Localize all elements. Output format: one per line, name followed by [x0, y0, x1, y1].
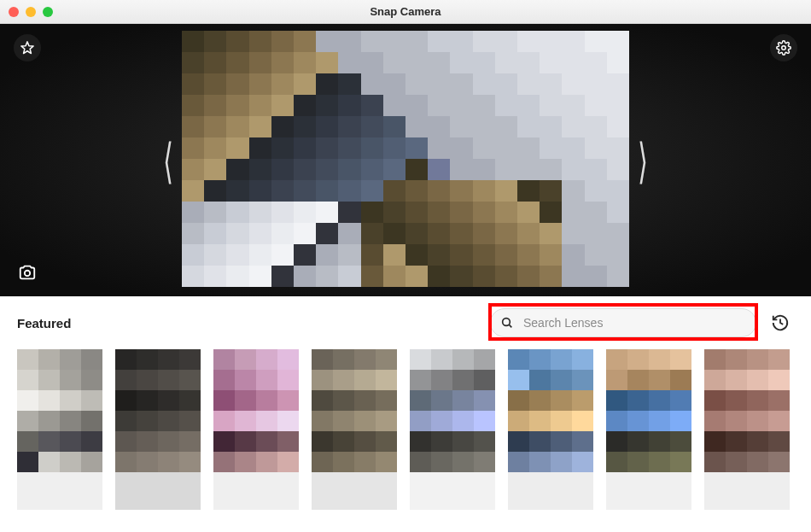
lens-thumbnail [704, 349, 790, 472]
lens-thumbnail [410, 349, 495, 472]
camera-preview [182, 31, 629, 287]
lens-caption [213, 472, 299, 510]
lens-card[interactable] [704, 349, 790, 512]
lens-card[interactable] [115, 349, 201, 512]
search-container [490, 308, 756, 337]
lens-thumbnail [508, 349, 593, 472]
title-bar: Snap Camera [0, 0, 811, 24]
lens-thumbnail [312, 349, 397, 472]
star-icon [20, 40, 35, 56]
lens-card[interactable] [17, 349, 102, 512]
lens-gallery [0, 344, 811, 512]
favorites-button[interactable] [14, 34, 41, 61]
lens-thumbnail [17, 349, 102, 472]
lens-card[interactable] [606, 349, 691, 512]
lens-card[interactable] [508, 349, 593, 512]
window-title: Snap Camera [370, 5, 441, 18]
camera-preview-area: ⟨ ⟩ [0, 24, 811, 296]
previous-lens-button[interactable]: ⟨ [163, 133, 173, 189]
lens-caption [115, 472, 201, 510]
close-window-button[interactable] [9, 7, 19, 17]
lens-card[interactable] [312, 349, 397, 512]
lens-caption [704, 472, 790, 510]
lens-caption [17, 472, 102, 510]
next-lens-button[interactable]: ⟩ [638, 133, 648, 189]
history-button[interactable] [767, 309, 794, 336]
lens-caption [508, 472, 593, 510]
lens-thumbnail [115, 349, 201, 472]
gear-icon [776, 40, 791, 56]
camera-icon [18, 263, 37, 282]
svg-line-3 [509, 324, 511, 327]
panel-header: Featured [0, 296, 811, 344]
svg-point-1 [25, 271, 30, 276]
settings-button[interactable] [770, 34, 797, 61]
lens-card[interactable] [213, 349, 299, 512]
svg-point-2 [503, 319, 511, 326]
maximize-window-button[interactable] [43, 7, 53, 17]
window-controls [9, 7, 53, 17]
search-input[interactable] [490, 308, 756, 337]
section-title: Featured [17, 316, 490, 330]
lens-thumbnail [606, 349, 691, 472]
minimize-window-button[interactable] [26, 7, 36, 17]
lens-panel: Featured [0, 296, 811, 532]
lens-thumbnail [213, 349, 299, 472]
lens-caption [606, 472, 691, 510]
search-icon [500, 316, 514, 330]
history-icon [771, 313, 790, 332]
lens-caption [312, 472, 397, 510]
capture-button[interactable] [14, 259, 41, 286]
svg-point-0 [782, 46, 786, 50]
lens-caption [410, 472, 495, 510]
lens-card[interactable] [410, 349, 495, 512]
